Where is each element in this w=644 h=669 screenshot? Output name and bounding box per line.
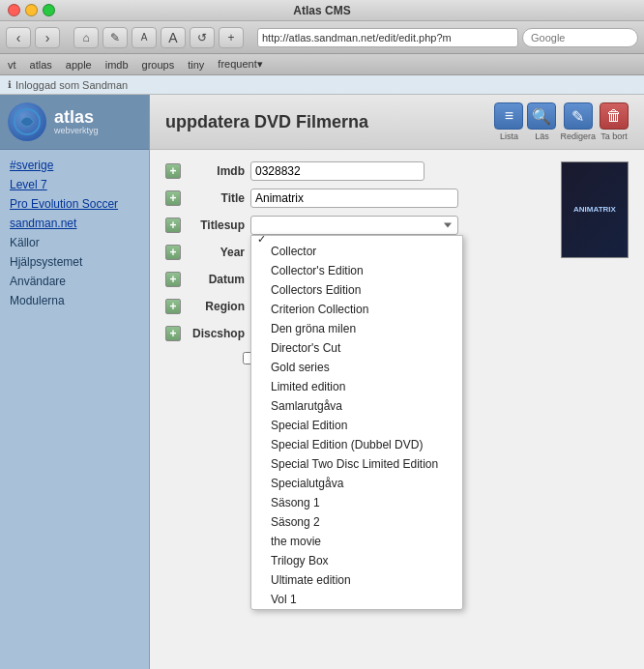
- redigera-icon: ✎: [564, 102, 593, 130]
- dropdown-item[interactable]: Trilogy Box: [251, 551, 462, 570]
- smaller-text-button[interactable]: A: [132, 27, 157, 48]
- imdb-label: Imdb: [187, 164, 245, 178]
- dropdown-item[interactable]: Special Edition: [251, 416, 462, 435]
- main-layout: atlas webverktyg #sverige Level 7 Pro Ev…: [0, 95, 644, 669]
- info-text: Inloggad som Sandman: [15, 79, 128, 91]
- minimize-button[interactable]: [25, 4, 38, 16]
- logo-title: atlas: [54, 108, 99, 126]
- address-bar[interactable]: [257, 28, 518, 47]
- titlesup-label: Titlesup: [187, 218, 245, 232]
- imdb-input[interactable]: [250, 161, 424, 181]
- logo-icon: [8, 102, 46, 141]
- year-label: Year: [187, 246, 245, 259]
- forward-button[interactable]: ›: [35, 27, 60, 48]
- dropdown-item[interactable]: Collector's Edition: [251, 261, 462, 280]
- tabort-button[interactable]: 🗑 Ta bort: [600, 102, 629, 141]
- titlesup-add-icon[interactable]: +: [165, 218, 181, 233]
- add-button[interactable]: +: [219, 27, 244, 48]
- title-row: + Title: [165, 189, 549, 208]
- larger-text-button[interactable]: A: [161, 27, 186, 48]
- lista-button[interactable]: ≡ Lista: [494, 102, 523, 141]
- lista-label: Lista: [500, 131, 518, 141]
- sidebar-item-level7[interactable]: Level 7: [0, 175, 149, 194]
- sidebar-item-anvandare[interactable]: Användare: [0, 272, 149, 291]
- titlebar: Atlas CMS: [0, 0, 644, 21]
- form-area: + Imdb + Title + Titlesup: [150, 150, 644, 384]
- form-fields: + Imdb + Title + Titlesup: [165, 161, 549, 372]
- dropdown-item[interactable]: Vol 1: [251, 590, 462, 609]
- dropdown-item[interactable]: Säsong 2: [251, 512, 462, 532]
- year-add-icon[interactable]: +: [165, 245, 181, 260]
- dropdown-item[interactable]: Director's Cut: [251, 338, 462, 358]
- dropdown-item[interactable]: Collector: [251, 242, 462, 261]
- dropdown-item[interactable]: the movie: [251, 532, 462, 551]
- dropdown-item[interactable]: Special Edition (Dubbel DVD): [251, 435, 462, 454]
- sidebar-logo: atlas webverktyg: [0, 95, 149, 150]
- dropdown-item[interactable]: Gold series: [251, 358, 462, 377]
- title-input[interactable]: [250, 189, 458, 208]
- page-header: uppdatera DVD Filmerna ≡ Lista 🔍 Läs ✎ R…: [150, 95, 644, 150]
- content-area: uppdatera DVD Filmerna ≡ Lista 🔍 Läs ✎ R…: [150, 95, 644, 669]
- datum-add-icon[interactable]: +: [165, 272, 181, 287]
- toolbar: ‹ › ⌂ ✎ A A ↺ +: [0, 21, 644, 54]
- sidebar-item-modulerna[interactable]: Modulerna: [0, 291, 149, 310]
- sidebar-item-pro-evolution[interactable]: Pro Evolution Soccer: [0, 194, 149, 214]
- tabort-icon: 🗑: [600, 102, 629, 130]
- dropdown-item[interactable]: Limited edition: [251, 377, 462, 396]
- edit-button[interactable]: ✎: [102, 27, 128, 48]
- las-button[interactable]: 🔍 Läs: [527, 102, 556, 141]
- imdb-add-icon[interactable]: +: [165, 163, 181, 179]
- back-button[interactable]: ‹: [6, 27, 31, 48]
- bookmark-groups[interactable]: groups: [142, 59, 175, 71]
- home-button[interactable]: ⌂: [73, 27, 99, 48]
- bookmark-tiny[interactable]: tiny: [188, 59, 204, 71]
- dropdown-item[interactable]: Den gröna milen: [251, 319, 462, 338]
- sidebar-nav: #sverige Level 7 Pro Evolution Soccer sa…: [0, 150, 149, 316]
- bookmark-imdb[interactable]: imdb: [105, 59, 129, 71]
- maximize-button[interactable]: [43, 4, 55, 16]
- titlesup-dropdown-menu[interactable]: CollectorCollector's EditionCollectors E…: [250, 235, 463, 610]
- las-label: Läs: [535, 131, 549, 141]
- search-bar[interactable]: [522, 28, 638, 47]
- dropdown-item[interactable]: Ultimate edition: [251, 570, 462, 590]
- dropdown-item[interactable]: Säsong 1: [251, 493, 462, 512]
- bookmark-vt[interactable]: vt: [8, 59, 16, 71]
- info-icon: ℹ: [8, 79, 12, 90]
- sidebar-item-sverige[interactable]: #sverige: [0, 156, 149, 175]
- close-button[interactable]: [8, 4, 20, 16]
- sidebar-item-sandman[interactable]: sandman.net: [0, 214, 149, 233]
- discshop-label: Discshop: [187, 327, 245, 340]
- movie-image-title: ANIMATRIX: [573, 204, 616, 215]
- page-title: uppdatera DVD Filmerna: [165, 112, 368, 132]
- redigera-button[interactable]: ✎ Redigera: [560, 102, 596, 141]
- sidebar-item-kallor[interactable]: Källor: [0, 233, 149, 252]
- bookmarks-bar: vt atlas apple imdb groups tiny frequent…: [0, 54, 644, 75]
- action-buttons: ≡ Lista 🔍 Läs ✎ Redigera 🗑 Ta bort: [494, 102, 629, 141]
- discshop-add-icon[interactable]: +: [165, 326, 181, 341]
- sidebar-item-hjalpystem[interactable]: Hjälpsystemet: [0, 252, 149, 272]
- dropdown-item[interactable]: Specialutgåva: [251, 474, 462, 493]
- title-label: Title: [187, 191, 245, 205]
- imdb-row: + Imdb: [165, 161, 549, 181]
- dropdown-item[interactable]: Samlarutgåva: [251, 396, 462, 416]
- dropdown-item[interactable]: Special Two Disc Limited Edition: [251, 454, 462, 474]
- titlesup-dropdown-container: CollectorCollector's EditionCollectors E…: [250, 216, 549, 235]
- title-add-icon[interactable]: +: [165, 190, 181, 206]
- info-bar: ℹ Inloggad som Sandman: [0, 75, 644, 95]
- bookmark-atlas[interactable]: atlas: [30, 59, 52, 71]
- titlesup-row: + Titlesup CollectorCollector's EditionC…: [165, 216, 549, 235]
- bookmark-apple[interactable]: apple: [66, 59, 92, 71]
- window-title: Atlas CMS: [293, 4, 350, 17]
- region-label: Region: [187, 300, 245, 313]
- redigera-label: Redigera: [560, 131, 596, 141]
- dropdown-item[interactable]: Collectors Edition: [251, 280, 462, 300]
- bookmark-frequent[interactable]: frequent▾: [218, 58, 262, 71]
- reload-button[interactable]: ↺: [190, 27, 215, 48]
- logo-text: atlas webverktyg: [54, 108, 99, 135]
- titlesup-dropdown[interactable]: [250, 216, 458, 235]
- sidebar: atlas webverktyg #sverige Level 7 Pro Ev…: [0, 95, 150, 669]
- region-add-icon[interactable]: +: [165, 299, 181, 314]
- datum-label: Datum: [187, 273, 245, 286]
- movie-image: ANIMATRIX: [561, 161, 629, 258]
- dropdown-item[interactable]: Criterion Collection: [251, 300, 462, 319]
